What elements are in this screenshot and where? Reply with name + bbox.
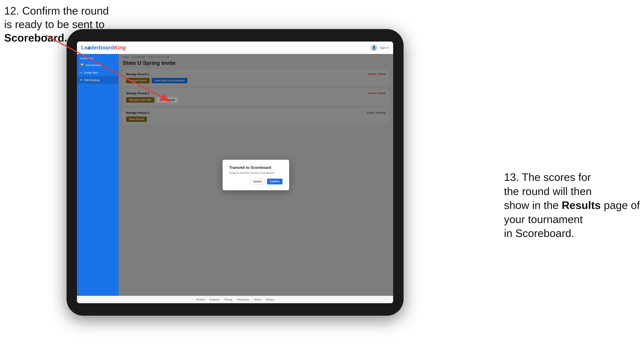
footer-resources[interactable]: Resources — [237, 298, 249, 301]
header-right: 👤 Sign In — [371, 44, 389, 51]
modal-overlay: Transmit to Scoreboard Ready to send thi… — [118, 54, 393, 296]
footer-features[interactable]: Features — [210, 298, 220, 301]
sidebar-item-tournaments[interactable]: 🏆 Tournaments — [77, 61, 118, 69]
annotation-line1: 12. Confirm the round — [4, 5, 109, 17]
annotation-right-line6: in Scoreboard. — [504, 227, 574, 239]
logo-area: LeaderboardKing — [81, 44, 126, 51]
cancel-button[interactable]: Cancel — [250, 178, 264, 184]
annotation-right-line4: page of — [604, 199, 640, 211]
app-body: MAIN MENU 🏆 Tournaments + Create New ✏ E… — [77, 54, 393, 296]
sidebar-edit-existing-label: Edit Existing — [84, 78, 100, 82]
sign-in-label[interactable]: Sign In — [380, 46, 389, 49]
annotation-right: 13. The scores for the round will then s… — [504, 170, 640, 240]
annotation-right-line5: your tournament — [504, 213, 583, 225]
sidebar-item-edit-existing[interactable]: ✏ Edit Existing — [77, 76, 118, 84]
modal-title: Transmit to Scoreboard — [229, 166, 282, 170]
modal-subtitle: Ready to send this round to Scoreboard? — [229, 172, 282, 174]
annotation-right-bold: Results — [562, 199, 601, 211]
modal-actions: Cancel Confirm — [229, 178, 282, 184]
trophy-icon: 🏆 — [80, 63, 84, 67]
plus-icon: + — [80, 71, 82, 74]
sidebar-tournaments-label: Tournaments — [86, 64, 101, 67]
annotation-right-line1: 13. The scores for — [504, 171, 591, 183]
annotation-line3: Scoreboard. — [4, 32, 67, 44]
annotation-top: 12. Confirm the round is ready to be sen… — [4, 4, 109, 45]
tablet-device: LeaderboardKing 👤 Sign In MAIN MENU 🏆 To… — [66, 29, 404, 316]
footer-pricing[interactable]: Pricing — [224, 298, 232, 301]
sidebar-section-label: MAIN MENU — [77, 57, 118, 61]
tablet-screen: LeaderboardKing 👤 Sign In MAIN MENU 🏆 To… — [77, 41, 393, 303]
edit-icon: ✏ — [80, 78, 83, 82]
footer-terms[interactable]: Terms — [254, 298, 261, 301]
sidebar-item-create-new[interactable]: + Create New — [77, 69, 118, 76]
app-footer: Product Features Pricing Resources Terms… — [77, 296, 393, 303]
annotation-line2: is ready to be sent to — [4, 18, 105, 30]
footer-product[interactable]: Product — [196, 298, 205, 301]
annotation-right-line2: the round will then — [504, 185, 592, 197]
sidebar: MAIN MENU 🏆 Tournaments + Create New ✏ E… — [77, 54, 118, 296]
confirm-button[interactable]: Confirm — [267, 178, 282, 184]
main-content: Home › Tournaments › State U Spring Invi… — [118, 54, 393, 296]
sidebar-create-new-label: Create New — [84, 71, 98, 74]
avatar-icon: 👤 — [371, 44, 377, 51]
app-header: LeaderboardKing 👤 Sign In — [77, 41, 393, 54]
transmit-modal: Transmit to Scoreboard Ready to send thi… — [222, 160, 289, 190]
footer-privacy[interactable]: Privacy — [266, 298, 274, 301]
annotation-right-line3: show in the — [504, 199, 559, 211]
logo: LeaderboardKing — [81, 44, 126, 51]
